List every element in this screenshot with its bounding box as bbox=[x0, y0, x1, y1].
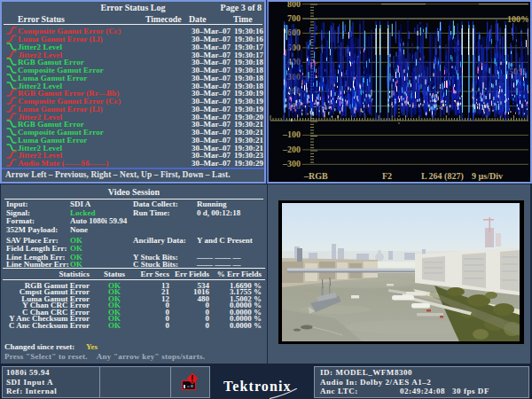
svg-text:–100: –100 bbox=[282, 129, 301, 139]
svg-text:L 264 (827): L 264 (827) bbox=[421, 171, 464, 182]
svg-text:700: 700 bbox=[287, 13, 301, 23]
svg-text:–200: –200 bbox=[282, 145, 301, 154]
svg-text:9 µs/Div: 9 µs/Div bbox=[472, 171, 503, 181]
svg-text:F2: F2 bbox=[382, 171, 392, 181]
svg-text:100%: 100% bbox=[507, 14, 528, 24]
svg-text:800: 800 bbox=[287, 2, 301, 9]
svg-text:–300: –300 bbox=[282, 159, 301, 168]
svg-text:–RGB: –RGB bbox=[303, 171, 328, 181]
